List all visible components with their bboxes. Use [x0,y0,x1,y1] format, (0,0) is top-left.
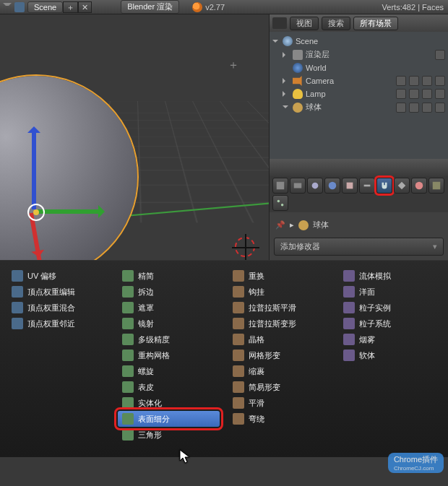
prop-tab-renderlayer[interactable] [290,178,306,194]
modifier-vwmix[interactable]: 顶点权重混合 [7,300,109,316]
scene-selector[interactable]: Scene [0,1,63,13]
renderlayer-extra-icon[interactable] [435,50,445,60]
modifier-vwedit[interactable]: 顶点权重编辑 [7,284,109,300]
outliner-label: 渲染层 [306,49,329,60]
outliner-row-sphere[interactable]: 球体 [272,100,445,114]
render-icon[interactable] [435,76,445,86]
modifier-multires[interactable]: 多级精度 [118,331,220,347]
modifier-smooth[interactable]: 平滑 [228,395,330,411]
watermark-text: Chrome插件 [394,455,438,464]
modifier-warp[interactable]: 弯绕 [228,411,330,427]
modifier-subsurf[interactable]: 表面细分 [118,411,220,427]
add-scene-button[interactable]: ＋ [63,1,78,13]
expand-icon[interactable] [283,78,288,84]
svg-point-8 [281,204,284,207]
modifier-fluidsim[interactable]: 流体模拟 [339,268,441,284]
outliner-row-lamp[interactable]: Lamp [272,87,445,100]
eye-icon[interactable] [409,89,419,99]
viewport-expand-icon[interactable]: ＋ [228,58,239,69]
restrict-view-icon[interactable] [396,103,406,113]
outliner-row-camera[interactable]: Camera [272,74,445,87]
modifier-meshdeform[interactable]: 网格形变 [228,347,330,363]
version-label: v2.77 [205,3,225,12]
prop-tab-render[interactable] [272,178,288,194]
add-modifier-dropdown[interactable]: 添加修改器 [274,238,444,256]
prop-tab-particles[interactable] [272,195,288,211]
cursor-icon[interactable] [422,103,432,113]
render-icon[interactable] [435,89,445,99]
outliner-tab-allscenes[interactable]: 所有场景 [353,17,398,30]
expand-icon[interactable] [283,91,288,97]
prop-tab-data[interactable] [394,178,410,194]
modifier-ocean[interactable]: 洋面 [339,284,441,300]
modifier-simpledeform[interactable]: 简易形变 [228,379,330,395]
modifier-hook[interactable]: 钩挂 [228,284,330,300]
modifier-shrinkwrap[interactable]: 缩裹 [228,363,330,379]
modifier-uv-warp[interactable]: UV 偏移 [7,268,109,284]
outliner[interactable]: Scene 渲染层 World Camera [270,32,448,159]
properties-body: 📌 ▸ 球体 添加修改器 [270,212,448,260]
right-panel: 视图 搜索 所有场景 Scene 渲染层 World [269,14,448,260]
modifier-laplacesmooth[interactable]: 拉普拉斯平滑 [228,300,330,316]
close-scene-button[interactable]: ✕ [78,1,92,13]
outliner-tab-view[interactable]: 视图 [290,17,319,30]
cursor-icon[interactable] [422,89,432,99]
eye-icon[interactable] [409,103,419,113]
gizmo-origin[interactable] [27,204,45,221]
svg-rect-6 [433,182,441,190]
outliner-tab-search[interactable]: 搜索 [322,17,350,30]
modifier-mirror[interactable]: 镜射 [118,316,220,331]
prop-tab-scene[interactable] [307,178,323,194]
prop-tab-modifier[interactable] [376,178,392,194]
properties-tabs [270,176,448,212]
svg-rect-0 [277,182,285,190]
expand-icon[interactable] [272,40,278,45]
modifier-skin[interactable]: 表皮 [118,379,220,395]
gizmo-y-axis[interactable] [36,209,101,214]
modifier-lattice[interactable]: 晶格 [228,331,330,347]
modifier-particleinst[interactable]: 粒子实例 [339,300,441,316]
3d-cursor[interactable] [235,237,255,257]
prop-tab-material[interactable] [411,178,427,194]
gizmo-z-axis[interactable] [32,130,36,209]
modifier-vwprox[interactable]: 顶点权重邻近 [7,316,109,331]
scene-name[interactable]: Scene [27,1,63,13]
stats-label: Verts:482 | Faces [382,3,448,12]
prop-tab-world[interactable] [324,178,340,194]
modifier-particlesys[interactable]: 粒子系统 [339,316,441,331]
modifier-mask[interactable]: 遮罩 [118,300,220,316]
prop-tab-constraint[interactable] [359,178,375,194]
mesh-icon [293,103,303,113]
renderer-selector[interactable]: Blender 渲染 [121,0,179,14]
svg-rect-4 [347,183,353,189]
prop-tab-object[interactable] [342,178,358,194]
modifier-decimate[interactable]: 精简 [118,268,220,284]
main-area: ＋ 视图 搜索 所有场景 Scene 渲染层 World [0,14,448,260]
modifier-triangulate[interactable]: 三角形 [118,427,220,443]
modifier-laplacedeform[interactable]: 拉普拉斯变形 [228,316,330,331]
outliner-mode-icon[interactable] [272,17,287,29]
cursor-icon[interactable] [422,76,432,86]
render-icon[interactable] [435,103,445,113]
properties-splitter[interactable] [270,159,448,176]
expand-icon[interactable] [283,105,288,111]
outliner-row-world[interactable]: World [272,61,445,74]
eye-icon[interactable] [409,76,419,86]
restrict-view-icon[interactable] [396,89,406,99]
outliner-row-renderlayers[interactable]: 渲染层 [272,48,445,61]
outliner-row-scene[interactable]: Scene [272,35,445,48]
modifier-smoke[interactable]: 烟雾 [339,331,441,347]
pin-icon[interactable]: 📌 [275,220,285,230]
prop-tab-texture[interactable] [428,178,444,194]
expand-icon[interactable] [283,52,288,58]
modifier-screw[interactable]: 螺旋 [118,363,220,379]
collapse-icon[interactable] [3,3,12,12]
modifier-remesh[interactable]: 重构网格 [118,347,220,363]
3d-viewport[interactable]: ＋ [0,14,269,260]
modifier-softbody[interactable]: 软体 [339,347,441,363]
modifier-displace[interactable]: 重换 [228,268,330,284]
restrict-view-icon[interactable] [396,76,406,86]
renderer-label[interactable]: Blender 渲染 [121,0,179,14]
modifier-edgesplit[interactable]: 拆边 [118,284,220,300]
modifier-solidify[interactable]: 实体化 [118,395,220,411]
